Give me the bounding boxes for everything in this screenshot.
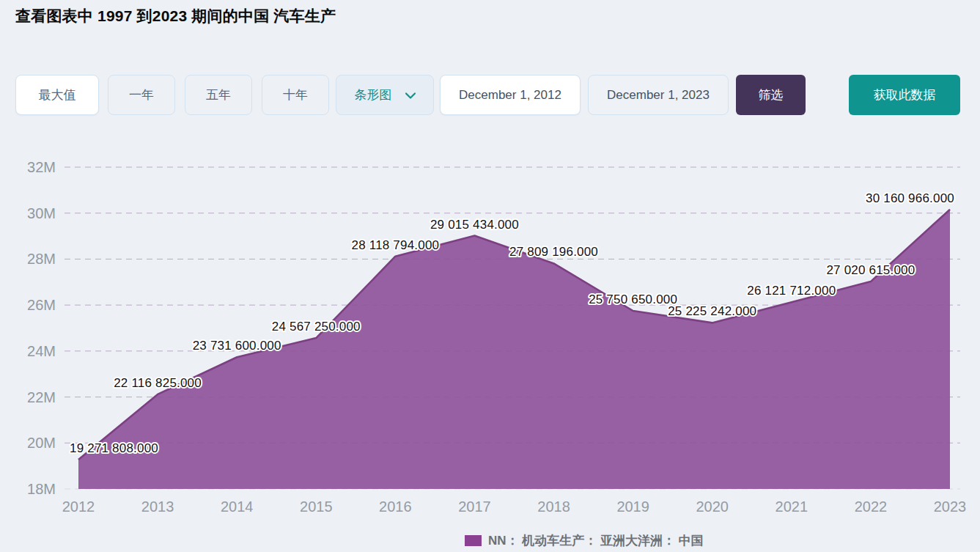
data-point-label: 28 118 794.000 [352, 238, 440, 252]
x-axis-tick-label: 2020 [696, 498, 729, 515]
x-axis-tick-label: 2015 [300, 498, 333, 515]
x-axis-tick-label: 2022 [855, 498, 888, 515]
y-axis-tick-label: 20M [27, 435, 56, 451]
chart-legend: NN： 机动车生产： 亚洲大洋洲： 中国 [465, 532, 704, 549]
x-axis-tick-label: 2017 [458, 498, 491, 515]
y-axis-tick-label: 26M [27, 297, 56, 313]
x-axis-tick-label: 2021 [775, 498, 808, 515]
legend-swatch [465, 535, 482, 546]
x-axis-tick-label: 2018 [537, 498, 570, 515]
legend-label: NN： 机动车生产： 亚洲大洋洲： 中国 [488, 532, 704, 549]
data-point-label: 22 116 825.000 [114, 376, 202, 390]
x-axis-tick-label: 2013 [141, 498, 174, 515]
data-point-label: 27 020 615.000 [826, 263, 915, 277]
x-axis-tick-label: 2023 [934, 498, 967, 515]
x-axis-tick-label: 2019 [616, 498, 649, 515]
y-axis-tick-label: 24M [27, 343, 56, 359]
y-axis-tick-label: 28M [27, 251, 56, 267]
y-axis-tick-label: 18M [27, 481, 56, 497]
x-axis-tick-label: 2012 [62, 498, 95, 515]
data-point-label: 27 809 196.000 [509, 245, 598, 259]
data-point-label: 23 731 600.000 [193, 339, 281, 353]
x-axis-tick-label: 2014 [221, 498, 254, 515]
y-axis-tick-label: 30M [27, 205, 56, 221]
data-point-label: 29 015 434.000 [430, 218, 519, 232]
x-axis-tick-label: 2016 [379, 498, 412, 515]
screen: 查看图表中 1997 到2023 期间的中国 汽车生产 最大值 一年 五年 十年… [0, 0, 980, 552]
data-point-label: 25 225 242.000 [668, 304, 756, 318]
data-point-label: 25 750 650.000 [589, 292, 677, 306]
data-point-label: 19 271 808.000 [70, 441, 158, 455]
y-axis-tick-label: 32M [27, 159, 56, 175]
data-point-label: 26 121 712.000 [747, 284, 836, 298]
data-point-label: 30 160 966.000 [866, 191, 954, 205]
area-chart: 18M20M22M24M26M28M30M32M2012201320142015… [0, 0, 980, 552]
y-axis-tick-label: 22M [27, 389, 56, 405]
data-point-label: 24 567 250.000 [272, 320, 361, 334]
